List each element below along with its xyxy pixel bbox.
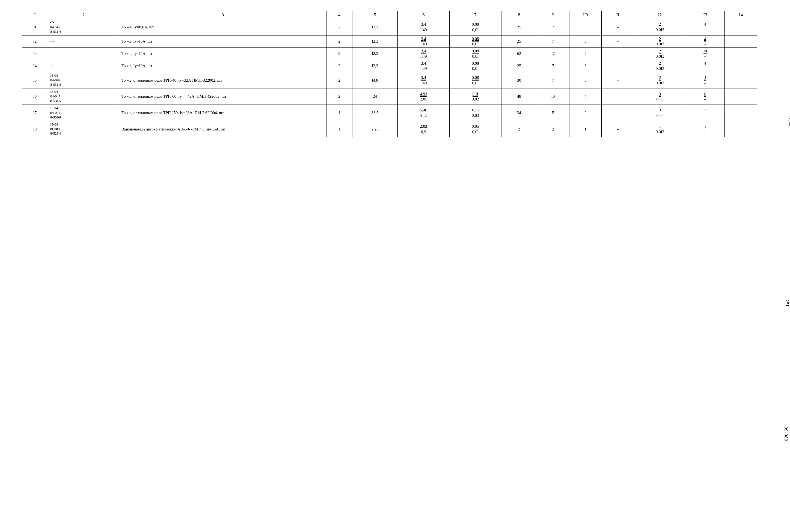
header-col-13: I3: [686, 11, 725, 19]
cell-row-i6-col10: 4: [569, 89, 602, 105]
cell-row-i7-col1: I7: [22, 105, 48, 121]
cell-row-i3-col8: 62: [501, 48, 537, 60]
cell-row-i6-col6: 4,93 2,05: [398, 89, 449, 105]
cell-row-i3-col11: –: [602, 48, 634, 60]
cell-row-i6-col3: То же, с тепловым реле ТРП-60, Iу= =42А,…: [119, 89, 326, 105]
cell-row-i7-col10: 2: [569, 105, 602, 121]
header-col-2: 2: [48, 11, 119, 19]
cell-row-ii-col14: [725, 19, 757, 36]
cell-row-i8-col12: I 0,0I3: [634, 121, 686, 137]
cell-row-i4-col3: То же, Iу=I9А, шт: [119, 60, 326, 72]
cell-row-i3-col4: 5: [327, 48, 352, 60]
cell-row-i5-col14: [725, 72, 757, 89]
cell-row-i8-col7: 0,05 0,0I: [449, 121, 501, 137]
cell-row-i3-col5: I2,3: [352, 48, 398, 60]
cell-row-i2-col4: 2: [327, 35, 352, 48]
cell-row-ii-col12: 2 0,0I3: [634, 19, 686, 36]
cell-row-i5-col8: 30: [501, 72, 537, 89]
header-col-12: I2: [634, 11, 686, 19]
cell-row-i8-col4: I: [327, 121, 352, 137]
header-col-7: 7: [449, 11, 501, 19]
cell-row-i2-col1: I2: [22, 35, 48, 48]
cell-row-i3-col6: 3,4 I,49: [398, 48, 449, 60]
table-row: I5 I5-04 04-0I9 8-53I-4 То же, с тепловы…: [22, 72, 757, 89]
cell-row-i4-col7: 0,08 0,0I: [449, 60, 501, 72]
cell-row-i7-col8: 34: [501, 105, 537, 121]
cell-row-ii-col5: I2,3: [352, 19, 398, 36]
cell-row-i2-col13: 4 –: [686, 35, 725, 48]
cell-row-ii-col7: 0,08 0,0I: [449, 19, 501, 36]
cell-row-i5-col3: То же, с тепловым реле ТРН-40, Iу=32А ПМ…: [119, 72, 326, 89]
cell-row-i7-col7: 0,I3 0,03: [449, 105, 501, 121]
cell-row-i7-col12: 3 0,04: [634, 105, 686, 121]
cell-row-ii-col2: -"- 04-547 8-53I-4: [48, 19, 119, 36]
cell-row-ii-col13: 4 –: [686, 19, 725, 36]
table-row: I7 I5-04 04-094 8-53I-6 То же, с тепловы…: [22, 105, 757, 121]
cell-row-i4-col9: 7: [537, 60, 570, 72]
cell-row-ii-col10: 3: [569, 19, 602, 36]
cell-row-i6-col5: 24: [352, 89, 398, 105]
cell-row-i3-col14: [725, 48, 757, 60]
cell-row-i6-col2: I5-04 04-047 8-53I-5: [48, 89, 119, 105]
cell-row-i7-col2: I5-04 04-094 8-53I-6: [48, 105, 119, 121]
cell-row-i5-col7: 0,08 0,0I: [449, 72, 501, 89]
cell-row-i5-col1: I5: [22, 72, 48, 89]
cell-row-i7-col14: [725, 105, 757, 121]
cell-row-ii-col4: 2: [327, 19, 352, 36]
header-col-6: 6: [398, 11, 449, 19]
cell-row-i6-col14: [725, 89, 757, 105]
cell-row-ii-col1: II: [22, 19, 48, 36]
cell-row-ii-col11: –: [602, 19, 634, 36]
cell-row-ii-col6: 3,4 I,49: [398, 19, 449, 36]
cell-row-i8-col8: 2: [501, 121, 537, 137]
table-row: I3 -"- То же, Iу=I4А, шт 5 I2,3 3,4 I,49…: [22, 48, 757, 60]
cell-row-i2-col7: 0,08 0,0I: [449, 35, 501, 48]
cell-row-i4-col13: 4 –: [686, 60, 725, 72]
rotated-label-bottom: 09-989: [783, 426, 789, 441]
cell-row-i2-col5: I2,3: [352, 35, 398, 48]
table-row: I6 I5-04 04-047 8-53I-5 То же, с тепловы…: [22, 89, 757, 105]
cell-row-i3-col3: То же, Iу=I4А, шт: [119, 48, 326, 60]
header-row: I 2 3 4 5 6 7 8 9 IO II I2 I3 I4: [22, 11, 757, 19]
cell-row-i7-col6: 5,46 2,I2: [398, 105, 449, 121]
cell-row-i8-col5: 2,25: [352, 121, 398, 137]
cell-row-i3-col9: I7: [537, 48, 570, 60]
cell-row-i6-col11: –: [602, 89, 634, 105]
header-col-4: 4: [327, 11, 352, 19]
page-container: 4II-2-I83.87 (уш) 25I 09-989 I 2 3 4 5 6…: [0, 0, 790, 532]
cell-row-i8-col3: Выключатель авто- матический АП-50- -3МГ…: [119, 121, 326, 137]
cell-row-i4-col5: I2,3: [352, 60, 398, 72]
cell-row-i3-col7: 0,08 0,0I: [449, 48, 501, 60]
cell-row-i8-col1: I8: [22, 121, 48, 137]
cell-row-i7-col3: То же, с тепловым реле ТРП-I50, Iу=98А, …: [119, 105, 326, 121]
cell-row-ii-col9: 7: [537, 19, 570, 36]
cell-row-i8-col6: 2,02 0,9: [398, 121, 449, 137]
rotated-label-251: 25I: [784, 300, 790, 306]
cell-row-i6-col13: 6 –: [686, 89, 725, 105]
table-row: I8 I5-04 0I-009 8-525-I Выключатель авто…: [22, 121, 757, 137]
cell-row-ii-col8: 25: [501, 19, 537, 36]
cell-row-i2-col9: 7: [537, 35, 570, 48]
cell-row-i8-col13: I –: [686, 121, 725, 137]
cell-row-i5-col9: 7: [537, 72, 570, 89]
cell-row-i3-col13: I0 –: [686, 48, 725, 60]
cell-row-i5-col11: –: [602, 72, 634, 89]
header-col-14: I4: [725, 11, 757, 19]
cell-row-i8-col11: –: [602, 121, 634, 137]
cell-row-i2-col3: То же, Iу=I0А, шт: [119, 35, 326, 48]
cell-row-i8-col9: 2: [537, 121, 570, 137]
cell-row-ii-col3: То же, Iу=8,0А, шт: [119, 19, 326, 36]
cell-row-i3-col1: I3: [22, 48, 48, 60]
cell-row-i5-col6: 3,4 I,49: [398, 72, 449, 89]
cell-row-i3-col2: -"-: [48, 48, 119, 60]
cell-row-i8-col2: I5-04 0I-009 8-525-I: [48, 121, 119, 137]
header-col-1: I: [22, 11, 48, 19]
cell-row-i2-col8: 25: [501, 35, 537, 48]
cell-row-i7-col4: I: [327, 105, 352, 121]
cell-row-i4-col6: 3,4 I,49: [398, 60, 449, 72]
cell-row-i4-col4: 2: [327, 60, 352, 72]
cell-row-i6-col8: 48: [501, 89, 537, 105]
cell-row-i4-col1: I4: [22, 60, 48, 72]
header-col-5: 5: [352, 11, 398, 19]
cell-row-i8-col10: I: [569, 121, 602, 137]
